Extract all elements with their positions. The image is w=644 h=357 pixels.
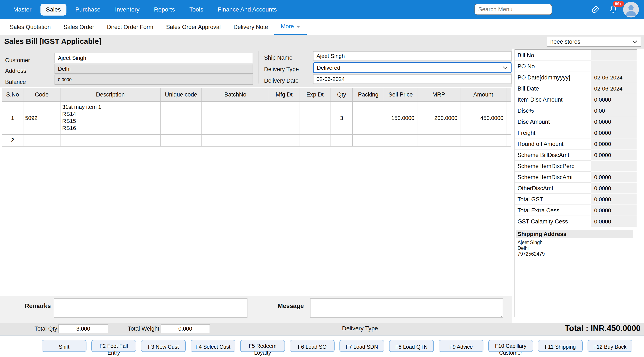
summary-value[interactable]: 0.0000 — [591, 150, 637, 160]
cell-mfg-dt[interactable] — [269, 134, 299, 146]
f8-load-qtn-button[interactable]: F8 Load QTN — [389, 340, 434, 352]
f2-foot-fall-entry-button[interactable]: F2 Foot Fall Entry — [91, 340, 136, 352]
summary-value[interactable] — [591, 160, 637, 172]
f5-redeem-loyalty-button[interactable]: F5 Redeem Loyalty — [240, 340, 285, 352]
summary-value[interactable]: 0.0000 — [591, 194, 637, 205]
col-sell-price: Sell Price — [384, 88, 417, 102]
subnav-sales-quotation[interactable]: Sales Quotation — [4, 19, 57, 35]
f11-shipping-button[interactable]: F11 Shipping — [538, 340, 583, 352]
cell-sno[interactable]: 2 — [2, 134, 23, 146]
cell-unique-code[interactable] — [160, 102, 202, 134]
theme-brush-icon[interactable] — [590, 4, 602, 15]
summary-value[interactable]: 0.0000 — [591, 128, 637, 138]
cell-packing[interactable] — [352, 134, 384, 146]
nav-item-master[interactable]: Master — [8, 4, 37, 16]
f6-load-so-button[interactable]: F6 Load SO — [290, 340, 334, 352]
message-textarea[interactable] — [310, 298, 503, 318]
remarks-label: Remarks — [25, 302, 51, 310]
nav-item-purchase[interactable]: Purchase — [70, 4, 106, 16]
subnav-more[interactable]: More — [274, 19, 307, 35]
cell-mfg-dt[interactable] — [269, 102, 299, 134]
cell-batchno[interactable] — [202, 134, 269, 146]
summary-value[interactable]: 0.00 — [591, 105, 637, 116]
remarks-textarea[interactable] — [54, 298, 248, 318]
summary-row-po-date: PO Date[ddmmyyyy] 02-06-2024 — [515, 72, 637, 83]
cell-code[interactable]: 5092 — [23, 102, 60, 134]
cell-sell-price[interactable]: 150.0000 — [384, 102, 417, 134]
subnav-direct-order-form[interactable]: Direct Order Form — [100, 19, 160, 35]
cell-sno[interactable]: 1 — [2, 102, 23, 134]
shift-button[interactable]: Shift — [42, 340, 86, 352]
ship-name-input[interactable] — [313, 51, 512, 61]
cell-packing[interactable] — [352, 102, 384, 134]
summary-value[interactable]: 0.0000 — [591, 183, 637, 194]
cell-mrp[interactable]: 200.0000 — [417, 102, 460, 134]
f4-select-cust-button[interactable]: F4 Select Cust — [190, 340, 235, 352]
summary-value[interactable]: 0.0000 — [591, 116, 637, 128]
summary-label: Freight — [515, 128, 591, 138]
delivery-type-select[interactable]: Delivered — [313, 62, 512, 73]
cell-batchno[interactable] — [202, 102, 269, 134]
total-weight-input[interactable] — [160, 324, 210, 333]
store-selector-value: neee stores — [550, 38, 580, 45]
f10-capillary-customer-button[interactable]: F10 Capillary Customer — [488, 340, 533, 352]
nav-item-tools[interactable]: Tools — [184, 4, 209, 16]
summary-row-freight: Freight 0.0000 — [515, 128, 637, 138]
f9-advice-button[interactable]: F9 Advice — [439, 340, 484, 352]
cell-sell-price[interactable] — [384, 134, 417, 146]
summary-value[interactable]: 0.0000 — [591, 216, 637, 227]
summary-label: Scheme ItemDiscPerc — [515, 160, 591, 172]
bill-summary-panel: Bill No PO No PO Date[ddmmyyyy] 02-06-20… — [514, 50, 637, 318]
cell-qty[interactable]: 3 — [331, 102, 352, 134]
search-input[interactable] — [474, 4, 552, 15]
delivery-date-input[interactable] — [313, 74, 512, 84]
subnav-sales-order-approval[interactable]: Sales Order Approval — [160, 19, 227, 35]
total-qty-label: Total Qty — [34, 326, 57, 332]
cell-qty[interactable] — [331, 134, 352, 146]
summary-label: Total GST — [515, 194, 591, 205]
summary-label: Scheme BillDiscAmt — [515, 150, 591, 160]
cell-amount[interactable]: 450.0000 — [460, 102, 506, 134]
cell-description[interactable] — [60, 134, 160, 146]
summary-label: Total Extra Cess — [515, 205, 591, 216]
subnav-sales-order[interactable]: Sales Order — [57, 19, 100, 35]
total-qty-input[interactable] — [58, 324, 108, 333]
store-selector[interactable]: neee stores — [547, 37, 641, 47]
cell-description[interactable]: 31st may item 1 RS14 RS15 RS16 — [60, 102, 160, 134]
cell-unique-code[interactable] — [160, 134, 202, 146]
f7-load-sdn-button[interactable]: F7 Load SDN — [340, 340, 384, 352]
customer-input[interactable] — [54, 53, 253, 63]
cell-mrp[interactable] — [417, 134, 460, 146]
cell-exp-dt[interactable] — [299, 102, 331, 134]
customer-label: Customer — [5, 57, 30, 64]
user-avatar[interactable] — [623, 2, 639, 18]
summary-label: Scheme ItemDiscAmt — [515, 172, 591, 183]
summary-value[interactable]: 0.0000 — [591, 138, 637, 150]
nav-item-finance-and-accounts[interactable]: Finance And Accounts — [212, 4, 282, 16]
col-mfg-dt: Mfg Dt — [269, 88, 299, 102]
chevron-down-icon — [296, 26, 300, 28]
nav-item-inventory[interactable]: Inventory — [110, 4, 145, 16]
summary-value[interactable]: 02-06-2024 — [591, 72, 637, 83]
cell-exp-dt[interactable] — [299, 134, 331, 146]
summary-value[interactable]: 0.0000 — [591, 172, 637, 183]
summary-value[interactable] — [591, 61, 637, 72]
summary-label: Disc% — [515, 105, 591, 116]
f3-new-cust-button[interactable]: F3 New Cust — [141, 340, 186, 352]
f12-buy-back-button[interactable]: F12 Buy Back — [588, 340, 632, 352]
nav-item-reports[interactable]: Reports — [148, 4, 180, 16]
notification-count-badge: 99+ — [613, 1, 624, 7]
summary-label: Bill Date — [515, 83, 591, 94]
cell-amount[interactable] — [460, 134, 506, 146]
nav-item-sales[interactable]: Sales — [40, 4, 66, 16]
summary-row-total-gst: Total GST 0.0000 — [515, 194, 637, 205]
col-batchno: BatchNo — [202, 88, 269, 102]
col-description: Description — [60, 88, 160, 102]
summary-value[interactable]: 02-06-2024 — [591, 83, 637, 94]
cell-code[interactable] — [23, 134, 60, 146]
summary-value[interactable] — [591, 50, 637, 61]
summary-label: PO No — [515, 61, 591, 72]
summary-value[interactable]: 0.0000 — [591, 205, 637, 216]
subnav-delivery-note[interactable]: Delivery Note — [227, 19, 274, 35]
summary-value[interactable]: 0.0000 — [591, 94, 637, 105]
